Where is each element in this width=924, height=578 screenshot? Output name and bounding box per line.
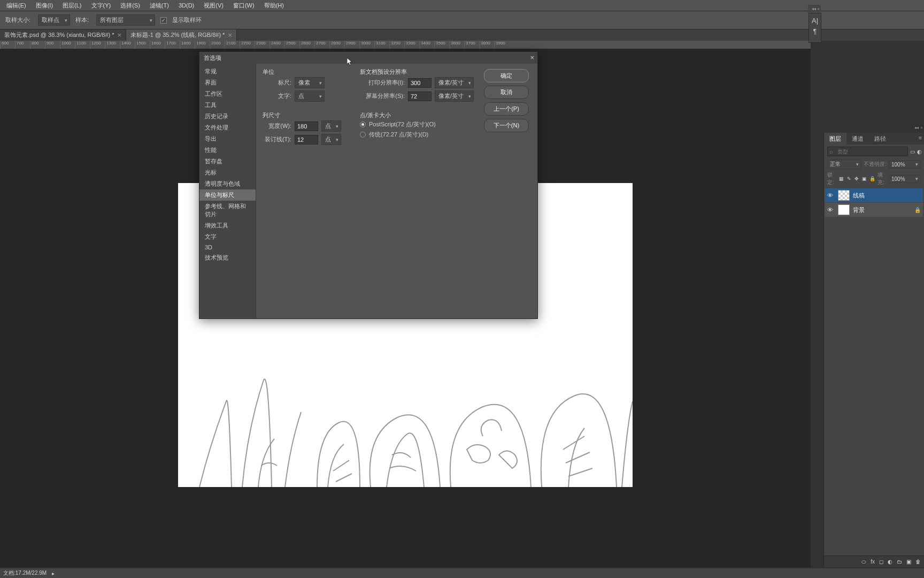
- delete-layer-icon[interactable]: 🗑: [915, 559, 921, 565]
- doc-tab-1[interactable]: 未标题-1 @ 35.2% (线稿, RGB/8#) * ×: [126, 29, 237, 41]
- link-layers-icon[interactable]: ⬭: [861, 559, 866, 565]
- dialog-titlebar[interactable]: 首选项 ×: [199, 52, 537, 64]
- dialog-nav-item-2[interactable]: 工作区: [199, 88, 256, 100]
- layer-fx-icon[interactable]: fx: [871, 559, 875, 565]
- next-button[interactable]: 下一个(N): [484, 119, 529, 132]
- print-res-input[interactable]: [408, 78, 432, 88]
- new-layer-icon[interactable]: ▣: [906, 559, 911, 565]
- ok-button[interactable]: 确定: [484, 69, 529, 82]
- prev-button[interactable]: 上一个(P): [484, 102, 529, 116]
- ruler-tick: 1600: [150, 41, 165, 49]
- dialog-nav-item-9[interactable]: 光标: [199, 167, 256, 178]
- tab-channels[interactable]: 通道: [846, 133, 869, 144]
- menu-3d[interactable]: 3D(D): [174, 1, 198, 10]
- menu-select[interactable]: 选择(S): [116, 1, 144, 11]
- document-tabs: 装饰元素.psd @ 38.3% (xiantu, RGB/8#) * × 未标…: [0, 29, 924, 41]
- show-ring-checkbox[interactable]: ✓: [160, 17, 167, 24]
- ruler-tick: 3400: [419, 41, 434, 49]
- dialog-nav-item-11[interactable]: 单位与标尺: [199, 189, 256, 201]
- layer-name[interactable]: 背景: [853, 206, 911, 214]
- dialog-nav-item-16[interactable]: 技术预览: [199, 252, 256, 263]
- dialog-nav-item-6[interactable]: 导出: [199, 133, 256, 144]
- dialog-nav-item-10[interactable]: 透明度与色域: [199, 178, 256, 189]
- filter-image-icon[interactable]: ▭: [910, 147, 915, 156]
- rulers-unit-select[interactable]: 像素: [295, 77, 325, 88]
- menu-type[interactable]: 文字(Y): [87, 1, 116, 11]
- dialog-nav-item-7[interactable]: 性能: [199, 144, 256, 156]
- layer-name[interactable]: 线稿: [853, 192, 921, 200]
- layer-mask-icon[interactable]: ◻: [879, 559, 883, 565]
- menu-filter[interactable]: 滤镜(T): [145, 1, 173, 11]
- doc-tab-1-close-icon[interactable]: ×: [228, 31, 232, 39]
- dialog-nav-item-0[interactable]: 常规: [199, 66, 256, 77]
- tab-paths[interactable]: 路径: [869, 133, 891, 144]
- dialog-nav-item-12[interactable]: 参考线、网格和切片: [199, 201, 256, 220]
- ruler-tick: 1400: [120, 41, 135, 49]
- sample-select[interactable]: 所有图层: [96, 14, 155, 26]
- width-unit-select[interactable]: 点: [321, 120, 341, 132]
- menu-help[interactable]: 帮助(H): [260, 1, 288, 11]
- layer-row-1[interactable]: 👁 背景 🔒: [825, 203, 923, 217]
- dialog-nav-item-15[interactable]: 3D: [199, 242, 256, 252]
- lock-artboard-icon[interactable]: ▣: [861, 175, 867, 182]
- visibility-icon[interactable]: 👁: [827, 192, 835, 199]
- layer-filter-input[interactable]: [827, 147, 908, 156]
- group-icon[interactable]: 🗀: [897, 559, 902, 565]
- dialog-nav-item-13[interactable]: 增效工具: [199, 220, 256, 231]
- pica-traditional-radio[interactable]: [360, 132, 366, 138]
- gutter-unit-select[interactable]: 点: [321, 134, 341, 145]
- menu-image[interactable]: 图像(I): [32, 1, 57, 11]
- menu-view[interactable]: 视图(V): [199, 1, 228, 11]
- fill-select[interactable]: 100%: [889, 175, 921, 183]
- dialog-nav-item-4[interactable]: 历史记录: [199, 111, 256, 122]
- adjustment-layer-icon[interactable]: ◐: [888, 559, 892, 565]
- character-panel-collapsed[interactable]: ◂◂ × A| ¶: [808, 13, 821, 43]
- type-unit-select[interactable]: 点: [295, 90, 325, 102]
- lock-transparency-icon[interactable]: ▦: [838, 175, 844, 182]
- visibility-icon[interactable]: 👁: [827, 207, 835, 213]
- pica-postscript-radio[interactable]: [360, 121, 366, 127]
- blend-mode-select[interactable]: 正常: [827, 159, 861, 169]
- menu-window[interactable]: 窗口(W): [229, 1, 259, 11]
- panel-collapse-icon[interactable]: ◂◂×: [914, 125, 923, 130]
- doc-tab-0-close-icon[interactable]: ×: [118, 31, 122, 39]
- character-icon[interactable]: A|: [812, 17, 818, 25]
- width-input[interactable]: [295, 121, 318, 131]
- ruler-tick: 3500: [434, 41, 449, 49]
- doc-tab-0[interactable]: 装饰元素.psd @ 38.3% (xiantu, RGB/8#) * ×: [0, 29, 126, 41]
- panel-menu-icon[interactable]: ≡: [919, 135, 922, 141]
- screen-res-input[interactable]: [408, 92, 432, 101]
- gutter-input[interactable]: [295, 135, 318, 144]
- lock-position-icon[interactable]: ✥: [854, 175, 859, 182]
- menu-edit[interactable]: 编辑(E): [2, 1, 30, 11]
- opacity-select[interactable]: 100%: [889, 161, 921, 169]
- menu-layer[interactable]: 图层(L): [58, 1, 86, 11]
- dialog-nav-item-5[interactable]: 文件处理: [199, 122, 256, 133]
- sample-size-select[interactable]: 取样点: [38, 14, 70, 26]
- paragraph-icon[interactable]: ¶: [813, 28, 817, 35]
- collapse-panel-icon[interactable]: ◂◂ ×: [808, 5, 821, 12]
- dialog-nav-item-14[interactable]: 文字: [199, 231, 256, 242]
- lock-icon[interactable]: 🔒: [914, 207, 921, 213]
- status-chevron-icon[interactable]: ▸: [52, 571, 55, 576]
- pica-section: 点/派卡大小 PostScript(72 点/英寸)(O) 传统(72.27 点…: [360, 111, 478, 139]
- print-res-unit-select[interactable]: 像素/英寸: [435, 77, 474, 88]
- lock-pixels-icon[interactable]: ✎: [846, 175, 852, 182]
- screen-res-unit-select[interactable]: 像素/英寸: [435, 90, 474, 102]
- ruler-tick: 3600: [449, 41, 464, 49]
- tab-layers[interactable]: 图层: [824, 133, 846, 144]
- lock-all-icon[interactable]: 🔒: [869, 175, 875, 182]
- dialog-nav-item-3[interactable]: 工具: [199, 100, 256, 111]
- dialog-nav-item-8[interactable]: 暂存盘: [199, 156, 256, 167]
- layer-row-0[interactable]: 👁 线稿: [825, 188, 923, 202]
- opacity-label: 不透明度:: [864, 161, 887, 168]
- dialog-nav-item-1[interactable]: 界面: [199, 77, 256, 88]
- dialog-close-icon[interactable]: ×: [530, 54, 534, 62]
- filter-adjust-icon[interactable]: ◐: [917, 147, 922, 156]
- cancel-button[interactable]: 取消: [484, 86, 529, 99]
- layer-thumb[interactable]: [838, 204, 850, 215]
- layer-thumb[interactable]: [838, 190, 850, 201]
- print-res-label: 打印分辨率(I):: [360, 79, 405, 87]
- ruler-tick: 1800: [180, 41, 195, 49]
- ruler-tick: 1500: [135, 41, 150, 49]
